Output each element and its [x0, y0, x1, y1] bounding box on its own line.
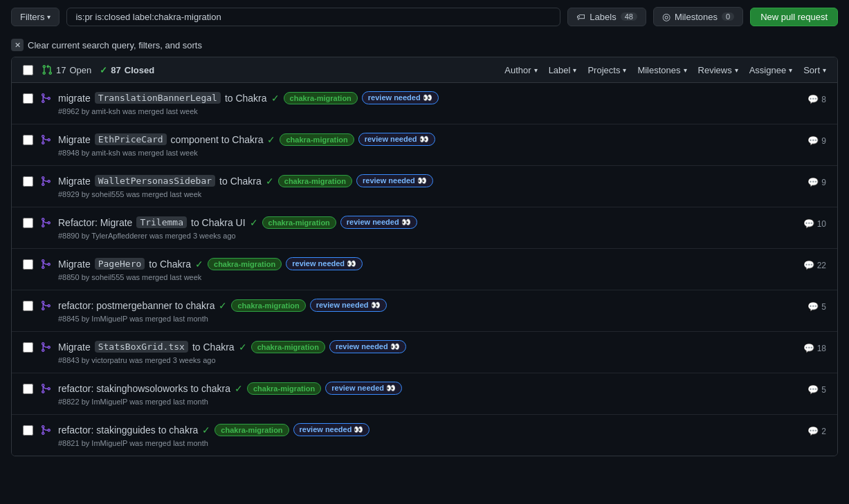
check-icon: ✓	[235, 383, 243, 394]
assignee-filter-button[interactable]: Assignee ▾	[749, 65, 792, 75]
milestones-filter-button[interactable]: Milestones ▾	[637, 65, 686, 75]
pr-title-post: to Chakra	[149, 259, 191, 270]
row-checkbox[interactable]	[23, 425, 33, 436]
comment-count: 10	[817, 219, 826, 229]
label-chakra-migration[interactable]: chakra-migration	[284, 92, 358, 104]
pr-author[interactable]: ImMiguelP	[91, 439, 127, 447]
projects-filter-button[interactable]: Projects ▾	[587, 65, 626, 75]
row-checkbox[interactable]	[23, 384, 33, 394]
reviews-filter-button[interactable]: Reviews ▾	[698, 65, 738, 75]
label-chakra-migration[interactable]: chakra-migration	[208, 258, 282, 270]
author-filter-button[interactable]: Author ▾	[504, 65, 537, 75]
pr-comments[interactable]: 💬 8	[807, 94, 826, 104]
pr-merged-text: was merged last week	[127, 190, 202, 198]
label-chakra-migration[interactable]: chakra-migration	[251, 341, 325, 353]
comment-icon: 💬	[803, 343, 814, 353]
comment-icon: 💬	[807, 136, 819, 146]
pr-merged-icon	[40, 342, 51, 355]
label-review-needed[interactable]: review needed 👀	[329, 340, 406, 353]
check-icon: ✓	[195, 259, 203, 270]
label-review-needed[interactable]: review needed 👀	[356, 174, 433, 187]
pr-by: by	[82, 190, 92, 198]
pr-meta: #8843 by victorpatru was merged 3 weeks …	[58, 356, 796, 364]
pr-comments[interactable]: 💬 2	[807, 426, 826, 436]
row-checkbox[interactable]	[23, 342, 33, 353]
label-review-needed[interactable]: review needed 👀	[340, 216, 417, 229]
open-pr-icon	[42, 64, 53, 75]
comment-count: 5	[821, 302, 826, 312]
row-checkbox[interactable]	[23, 93, 33, 104]
search-input[interactable]	[66, 8, 560, 26]
pr-comments[interactable]: 💬 5	[807, 384, 826, 395]
label-chakra-migration[interactable]: chakra-migration	[280, 133, 354, 146]
check-icon: ✓	[250, 217, 258, 228]
pr-comments[interactable]: 💬 18	[803, 343, 826, 353]
sort-button[interactable]: Sort ▾	[803, 65, 826, 75]
pr-meta: #8948 by amit-ksh was merged last week	[58, 149, 801, 157]
pr-comments[interactable]: 💬 22	[803, 260, 826, 270]
row-checkbox[interactable]	[23, 135, 33, 145]
clear-button[interactable]: ✕	[11, 39, 24, 51]
tab-closed[interactable]: ✓ 87 Closed	[100, 65, 154, 75]
pr-author[interactable]: ImMiguelP	[91, 315, 127, 323]
label-review-needed[interactable]: review needed 👀	[362, 91, 439, 104]
pr-comments[interactable]: 💬 5	[807, 301, 826, 312]
pr-by: by	[82, 439, 92, 447]
label-chakra-migration[interactable]: chakra-migration	[262, 216, 336, 229]
pr-content: refactor: stakingguides to chakra ✓ chak…	[58, 423, 801, 447]
label-filter-button[interactable]: Label ▾	[549, 65, 577, 75]
comment-icon: 💬	[807, 177, 819, 187]
milestones-count: 0	[722, 12, 734, 21]
closed-count: 87	[111, 65, 120, 75]
label-chakra-migration[interactable]: chakra-migration	[214, 424, 289, 436]
row-checkbox[interactable]	[23, 218, 33, 228]
pr-merged-text: was merged last week	[122, 149, 198, 157]
check-icon: ✓	[267, 134, 275, 145]
filters-button[interactable]: Filters ▾	[11, 8, 60, 26]
clear-text: Clear current search query, filters, and…	[28, 40, 202, 50]
select-all-checkbox[interactable]	[23, 65, 33, 75]
filters-caret-icon: ▾	[47, 13, 51, 21]
pr-author[interactable]: soheil555	[91, 190, 124, 198]
label-review-needed[interactable]: review needed 👀	[293, 423, 370, 436]
pr-title-post: component to Chakra	[171, 134, 264, 145]
pr-title-line: Migrate StatsBoxGrid.tsx to Chakra ✓ cha…	[58, 340, 796, 353]
row-checkbox[interactable]	[23, 176, 33, 187]
pr-comments[interactable]: 💬 9	[807, 177, 826, 187]
pr-number: #8850	[58, 273, 80, 281]
label-review-needed[interactable]: review needed 👀	[310, 299, 387, 312]
row-checkbox[interactable]	[23, 259, 33, 270]
comment-count: 2	[821, 427, 826, 436]
pr-author[interactable]: TylerApfledderer	[91, 232, 147, 240]
pr-author[interactable]: amit-ksh	[91, 149, 120, 157]
table-header: 17 Open ✓ 87 Closed Author ▾ Label ▾ Pro…	[12, 57, 837, 83]
pr-number: #8822	[58, 398, 80, 406]
labels-button[interactable]: 🏷 Labels 48	[567, 8, 646, 26]
table-row: Migrate PageHero to Chakra ✓ chakra-migr…	[12, 249, 837, 290]
pr-by: by	[82, 273, 92, 281]
label-review-needed[interactable]: review needed 👀	[325, 382, 402, 395]
tab-open[interactable]: 17 Open	[42, 64, 91, 75]
label-review-needed[interactable]: review needed 👀	[358, 133, 435, 146]
pr-author[interactable]: victorpatru	[91, 356, 127, 364]
pr-author[interactable]: ImMiguelP	[91, 398, 127, 406]
label-review-needed[interactable]: review needed 👀	[286, 257, 363, 270]
pr-title-post: to Chakra	[219, 176, 262, 187]
milestones-button[interactable]: ◎ Milestones 0	[653, 7, 743, 26]
pr-comments[interactable]: 💬 10	[803, 218, 826, 229]
pr-title: refactor: postmergebanner to chakra	[58, 300, 214, 311]
new-pull-request-button[interactable]: New pull request	[750, 8, 838, 26]
comment-count: 5	[821, 385, 826, 395]
label-chakra-migration[interactable]: chakra-migration	[278, 175, 352, 187]
row-checkbox[interactable]	[23, 301, 33, 311]
check-icon: ✓	[202, 424, 210, 436]
table-row: Refactor: Migrate Trilemma to Chakra UI …	[12, 207, 837, 249]
pr-title-line: refactor: stakinghowsoloworks to chakra …	[58, 382, 801, 395]
pr-meta: #8845 by ImMiguelP was merged last month	[58, 315, 801, 323]
pr-title-pre: Migrate	[58, 342, 91, 353]
pr-comments[interactable]: 💬 9	[807, 136, 826, 146]
label-chakra-migration[interactable]: chakra-migration	[231, 299, 305, 312]
pr-author[interactable]: amit-ksh	[91, 107, 120, 115]
pr-author[interactable]: soheil555	[91, 273, 124, 281]
label-chakra-migration[interactable]: chakra-migration	[247, 382, 321, 395]
